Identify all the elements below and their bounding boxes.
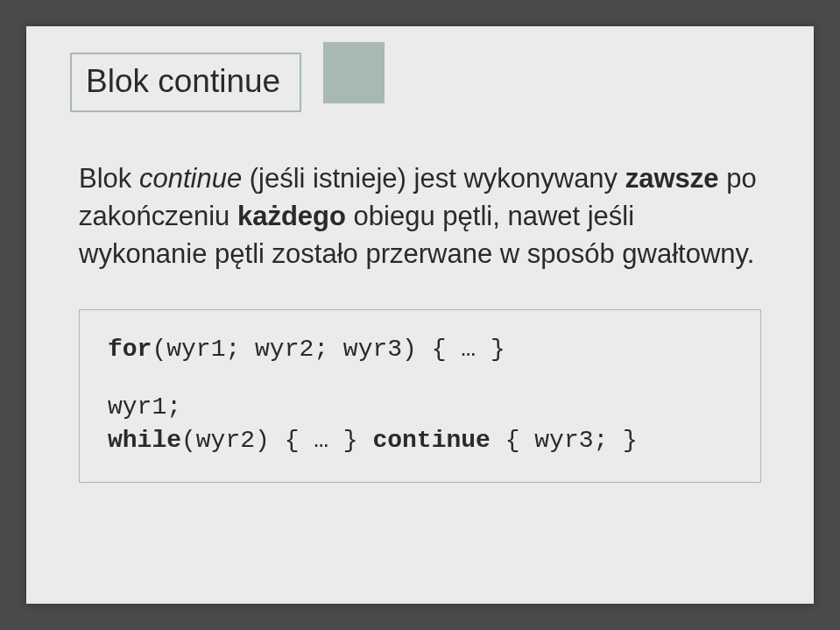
code-text: { wyr3; } <box>491 427 638 454</box>
code-text: (wyr1; wyr2; wyr3) { … } <box>152 336 505 363</box>
text-bold-zawsze: zawsze <box>625 163 719 194</box>
slide: Blok continue Blok continue (jeśli istni… <box>26 26 814 604</box>
body-paragraph: Blok continue (jeśli istnieje) jest wyko… <box>79 160 761 273</box>
text-bold-kazdego: każdego <box>237 201 346 231</box>
text-segment: Blok <box>79 163 139 194</box>
keyword-for: for <box>108 336 152 363</box>
code-line-wyr1: wyr1; <box>108 391 732 424</box>
code-line-while: while(wyr2) { … } continue { wyr3; } <box>108 424 732 457</box>
title-box: Blok continue <box>70 53 301 112</box>
code-blank-line <box>108 366 732 391</box>
slide-title: Blok continue <box>86 63 280 100</box>
code-line-for: for(wyr1; wyr2; wyr3) { … } <box>108 333 732 366</box>
title-area: Blok continue <box>70 53 301 112</box>
keyword-while: while <box>108 427 181 454</box>
title-accent-square <box>323 42 385 103</box>
text-italic-continue: continue <box>139 163 242 194</box>
keyword-continue: continue <box>372 427 490 454</box>
content-area: Blok continue (jeśli istnieje) jest wyko… <box>70 160 770 483</box>
text-segment: (jeśli istnieje) jest wykonywany <box>242 163 625 194</box>
code-box: for(wyr1; wyr2; wyr3) { … } wyr1; while(… <box>79 309 761 482</box>
code-text: (wyr2) { … } <box>181 427 372 454</box>
